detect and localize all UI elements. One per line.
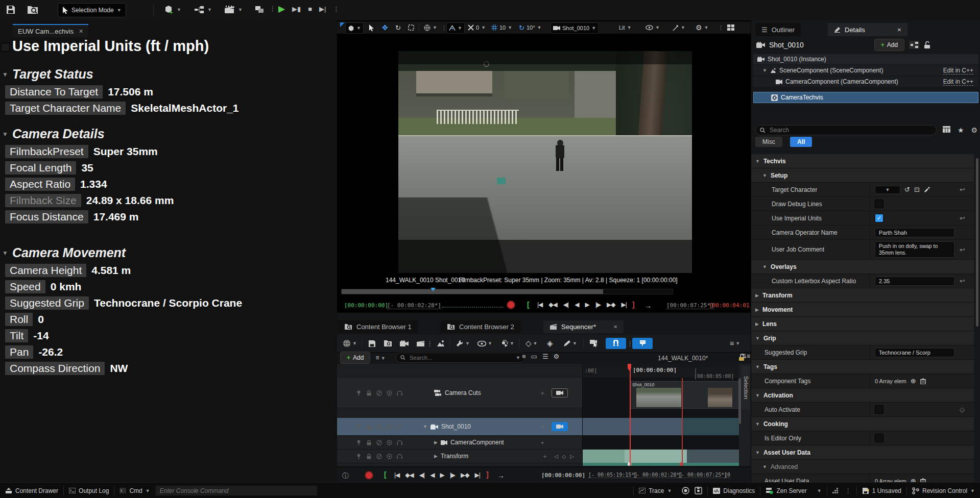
select-tool-icon[interactable] xyxy=(367,22,376,33)
cmd-selector[interactable]: Cmd▼ xyxy=(114,483,155,498)
reset-to-default-icon[interactable]: ↩ xyxy=(960,277,965,285)
tab-content-browser-1[interactable]: Content Browser 1 xyxy=(338,320,418,333)
world-menu-icon[interactable]: ▼ xyxy=(341,338,358,349)
selection-side-tab[interactable]: Selection xyxy=(742,366,750,410)
chevron-down-icon[interactable]: ▼ xyxy=(755,450,760,455)
chevron-down-icon[interactable]: ▼ xyxy=(762,264,767,269)
save-icon[interactable] xyxy=(5,4,16,15)
reset-to-default-icon[interactable]: ↩ xyxy=(960,246,965,254)
blueprint-edit-icon[interactable] xyxy=(909,40,920,49)
details-section-activation[interactable]: ▼Activation xyxy=(751,388,974,403)
frame-skip-button[interactable]: ▶▮ xyxy=(292,5,301,13)
solo-icon[interactable] xyxy=(387,440,392,445)
range-start-time[interactable]: [- 00:00:02:28*] xyxy=(387,302,441,309)
move-snap-toggle[interactable]: 0▼ xyxy=(466,22,488,33)
output-log-button[interactable]: Output Log xyxy=(64,483,114,498)
track-name[interactable]: ▶Transform xyxy=(434,453,468,460)
details-section-tags[interactable]: ▼Tags xyxy=(751,360,974,374)
trace-menu[interactable]: Trace▼ xyxy=(634,483,677,498)
track-row-cameracuts[interactable]: Camera Cuts+ xyxy=(337,378,582,408)
solo-icon[interactable] xyxy=(387,390,392,396)
details-scrollbar[interactable] xyxy=(976,158,978,327)
grid-snap-toggle[interactable]: 10▼ xyxy=(489,22,514,33)
close-icon[interactable]: ✕ xyxy=(897,27,901,33)
add-section-icon[interactable]: + xyxy=(540,423,544,431)
viewport-settings-gear-icon[interactable]: ⚙▼ xyxy=(694,22,710,33)
auto-key-icon[interactable]: ◈ xyxy=(545,338,555,349)
add-section-icon[interactable]: + xyxy=(540,389,544,397)
seq-set-end-bracket[interactable]: ] xyxy=(486,470,489,479)
rendered-scene[interactable] xyxy=(398,51,692,273)
create-camera-icon[interactable] xyxy=(398,338,410,349)
property-checkbox[interactable] xyxy=(875,405,883,414)
details-section-cooking[interactable]: ▼Cooking xyxy=(751,417,974,431)
timeline-ruler-toggle[interactable] xyxy=(632,338,653,349)
expanded-view-icon[interactable]: ☰ xyxy=(542,353,548,360)
property-text-field[interactable]: Parth Shah xyxy=(875,228,954,237)
chevron-down-icon[interactable]: ▼ xyxy=(762,173,767,178)
sequence-name[interactable]: 144_WALK_0010* xyxy=(658,355,708,362)
property-checkbox[interactable] xyxy=(875,434,883,442)
details-settings-gear-icon[interactable]: ⚙ xyxy=(971,126,978,134)
imperial-units-checkbox[interactable] xyxy=(1,43,10,52)
filter-misc-chip[interactable]: Misc xyxy=(755,137,782,147)
seq-prev-key-button[interactable]: ◆◀ xyxy=(405,471,413,479)
track-row-transform[interactable]: ▶Transform+◁◇▷ xyxy=(337,450,582,463)
play-options-icon[interactable]: ⋮ xyxy=(333,6,339,13)
seq-to-front-button[interactable]: |◀ xyxy=(394,471,399,479)
euw-section-title[interactable]: ▼Camera Details xyxy=(2,127,105,141)
debug-draw-icon[interactable]: ▼ xyxy=(670,22,687,33)
loop-mode-icon[interactable]: → xyxy=(644,302,651,310)
to-end-button[interactable]: ▶| xyxy=(621,301,626,308)
prev-keyframe-icon[interactable]: ◁ xyxy=(554,454,558,459)
browse-sequence-icon[interactable] xyxy=(382,338,394,349)
skip-to-end-button[interactable]: ▶| xyxy=(319,5,326,13)
add-actor-button[interactable]: + ▼ xyxy=(159,3,185,16)
seq-range-b[interactable]: [- 00:00:02:28*] xyxy=(633,472,682,478)
pin-icon[interactable] xyxy=(356,440,362,445)
sequencer-record-button[interactable] xyxy=(365,471,373,480)
range-bar[interactable] xyxy=(583,463,739,466)
details-search-input[interactable] xyxy=(769,126,932,134)
details-section-overlays[interactable]: ▼Overlays xyxy=(751,260,974,274)
ddc-grid-icon[interactable] xyxy=(832,487,839,494)
edit-in-cpp-link[interactable]: Edit in C++ xyxy=(943,67,973,74)
view-options-eye-icon[interactable]: ▼ xyxy=(476,338,494,349)
render-movie-icon[interactable]: ⋮ xyxy=(415,338,435,349)
display-options-icon[interactable] xyxy=(943,126,950,134)
save-sequence-icon[interactable] xyxy=(367,338,377,349)
pin-icon[interactable] xyxy=(356,454,362,459)
camera-lock-toggle[interactable] xyxy=(552,388,568,397)
seq-next-key-button[interactable]: ▶◆ xyxy=(461,471,469,479)
zen-server-menu[interactable]: Zen Server▼ xyxy=(760,483,826,498)
chevron-down-icon[interactable]: ▼ xyxy=(755,159,760,164)
tab-outliner[interactable]: ☰ Outliner xyxy=(755,23,801,36)
headphones-icon[interactable] xyxy=(397,390,402,396)
chevron-down-icon[interactable]: ▼ xyxy=(423,424,427,429)
set-end-bracket[interactable]: ] xyxy=(632,301,635,309)
delete-elements-icon[interactable] xyxy=(920,378,926,384)
mute-icon[interactable] xyxy=(376,454,382,459)
camera-cut-lock-icon[interactable] xyxy=(588,338,601,349)
prev-key-button[interactable]: ◆◀ xyxy=(548,301,557,308)
solo-icon[interactable] xyxy=(387,424,392,430)
browse-content-icon[interactable] xyxy=(27,4,39,15)
camera-selector[interactable]: Shot_0010▼ xyxy=(551,22,599,34)
add-keyframe-icon[interactable]: ◇ xyxy=(562,454,566,459)
frame-view-icon[interactable]: ▭ xyxy=(531,353,537,360)
content-drawer-button[interactable]: Content Drawer xyxy=(0,483,63,498)
property-checkbox[interactable]: ✓ xyxy=(875,214,883,222)
add-section-icon[interactable]: + xyxy=(543,453,547,460)
tree-row-cameracomponent[interactable]: CameraComponent (CameraComponent) Edit i… xyxy=(753,77,978,87)
world-coordinate-icon[interactable]: ▼ xyxy=(422,22,439,33)
play-button[interactable]: ▶ xyxy=(278,4,285,14)
viewport-more-icon[interactable]: ⋮ xyxy=(716,22,726,33)
tree-row-instance[interactable]: Shot_0010 (Instance) xyxy=(753,54,978,64)
show-flags-icon[interactable]: ▼ xyxy=(643,22,662,33)
chevron-right-icon[interactable]: ▶ xyxy=(755,293,759,298)
close-icon[interactable]: ✕ xyxy=(613,324,617,330)
eyedropper-icon[interactable] xyxy=(924,187,930,193)
record-button[interactable] xyxy=(507,301,515,309)
snap-settings-icon[interactable]: ▼ xyxy=(446,22,465,34)
chevron-right-icon[interactable]: ▶ xyxy=(434,454,438,459)
